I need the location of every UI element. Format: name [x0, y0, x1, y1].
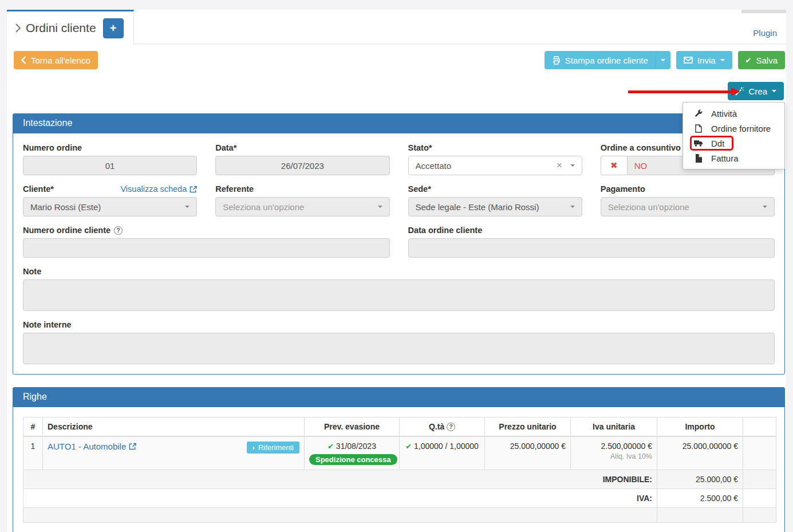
chevron-down-icon	[378, 206, 382, 208]
check-icon: ✔	[405, 442, 412, 451]
create-dropdown-menu: Attività Ordine fornitore Ddt Fattura	[682, 102, 785, 170]
chevron-left-icon	[21, 56, 26, 64]
question-circle-icon: ?	[114, 226, 123, 235]
col-num: #	[23, 417, 43, 437]
article-link[interactable]: AUTO1 - Automobile	[48, 442, 136, 451]
caret-down-icon	[772, 90, 776, 92]
file-solid-icon	[694, 154, 703, 163]
chevron-down-icon	[185, 206, 190, 208]
truck-icon	[694, 140, 703, 147]
field-stato: Stato* Accettato ×	[408, 143, 582, 175]
panel-righe: Righe # Descrizione Prev. evasione Q.tà …	[13, 387, 785, 532]
col-qta: Q.tà ?	[400, 417, 485, 437]
total-row-partial	[23, 508, 776, 523]
table-header-row: # Descrizione Prev. evasione Q.tà ? Prez…	[23, 417, 776, 437]
chevron-down-icon	[570, 206, 575, 208]
panel-righe-title: Righe	[13, 388, 784, 407]
sede-select: Sede legale - Este (Mario Rossi)	[408, 197, 582, 216]
stato-select[interactable]: Accettato ×	[408, 156, 582, 175]
field-note-interne: Note interne	[23, 320, 775, 364]
data-ordine-cliente-input	[408, 238, 775, 258]
menu-item-ordine-fornitore[interactable]: Ordine fornitore	[683, 121, 784, 136]
panel-intestazione-title: Intestazione	[13, 114, 784, 133]
total-row-imponibile: IMPONIBILE: 25.000,00 €	[23, 470, 776, 489]
plugin-link[interactable]: Plugin	[753, 28, 777, 38]
field-pagamento: Pagamento Seleziona un'opzione	[601, 184, 775, 216]
create-button[interactable]: Crea	[728, 82, 784, 100]
note-interne-textarea	[23, 333, 775, 364]
print-dropdown-toggle[interactable]	[656, 51, 670, 69]
field-referente: Referente Seleziona un'opzione	[215, 184, 389, 216]
panel-intestazione: Intestazione Numero ordine 01 Data* 26/0…	[13, 113, 785, 375]
field-data: Data* 26/07/2023	[215, 143, 389, 175]
send-button[interactable]: Invia	[676, 51, 732, 69]
field-numero-ordine-cliente: Numero ordine cliente ?	[23, 226, 390, 258]
external-link-icon	[190, 186, 197, 193]
qta-cell: ✔ 1,00000 / 1,00000	[400, 436, 485, 470]
toolbar-actions: Stampa ordine cliente Invia ✔ Salva	[545, 51, 785, 69]
col-prezzo-unitario: Prezzo unitario	[485, 417, 571, 437]
magic-wand-icon	[735, 87, 744, 96]
field-cliente: Cliente* Visualizza scheda Mario Rossi (…	[23, 184, 197, 216]
aliquota-note: Aliq. Iva 10%	[575, 452, 652, 460]
prezzo-cell: 25.000,00000 €	[485, 436, 571, 470]
tab-bar: Ordini cliente + Plugin	[7, 10, 786, 44]
field-sede: Sede* Sede legale - Este (Mario Rossi)	[408, 184, 582, 216]
field-data-ordine-cliente: Data ordine cliente	[408, 226, 775, 258]
back-to-list-button[interactable]: Torna all'elenco	[14, 51, 98, 69]
col-actions	[743, 417, 776, 437]
col-iva-unitaria: Iva unitaria	[571, 417, 657, 437]
riferimenti-button[interactable]: › Riferimenti	[247, 442, 299, 454]
prev-evasione-cell: ✔ 31/08/2023 Spedizione concessa	[305, 436, 400, 470]
data-input: 26/07/2023	[215, 156, 389, 175]
envelope-icon	[684, 57, 693, 64]
note-textarea	[23, 279, 775, 311]
menu-item-attivita[interactable]: Attività	[683, 106, 784, 121]
file-outline-icon	[694, 124, 703, 133]
wrench-icon	[694, 109, 703, 117]
table-row: 1 AUTO1 - Automobile ›	[23, 436, 776, 470]
chevron-down-icon	[763, 206, 767, 208]
annotation-arrow	[628, 88, 740, 96]
question-circle-icon: ?	[447, 423, 455, 431]
righe-table: # Descrizione Prev. evasione Q.tà ? Prez…	[23, 417, 776, 523]
menu-item-fattura[interactable]: Fattura	[683, 151, 784, 165]
clear-icon[interactable]: ×	[557, 160, 562, 171]
field-note: Note	[23, 267, 775, 311]
referente-select: Seleziona un'opzione	[215, 197, 389, 216]
save-button[interactable]: ✔ Salva	[738, 51, 785, 69]
col-importo: Importo	[657, 417, 743, 437]
cliente-select: Mario Rossi (Este)	[23, 197, 197, 216]
printer-icon	[552, 56, 561, 65]
row-number: 1	[23, 436, 43, 470]
menu-item-ddt[interactable]: Ddt	[683, 136, 784, 151]
print-order-button[interactable]: Stampa ordine cliente	[545, 51, 656, 69]
add-order-button[interactable]: +	[103, 18, 124, 38]
numero-ordine-input: 01	[23, 156, 197, 175]
tab-ordini-cliente[interactable]: Ordini cliente +	[7, 10, 134, 45]
numero-ordine-cliente-input	[23, 238, 390, 258]
plus-icon: +	[110, 22, 117, 35]
status-badge: Spedizione concessa	[309, 454, 397, 465]
caret-down-icon	[661, 59, 665, 61]
check-icon: ✔	[745, 56, 752, 65]
create-row: Crea	[7, 82, 785, 100]
external-link-icon	[129, 443, 136, 450]
iva-cell: 2.500,00000 € Aliq. Iva 10%	[571, 436, 657, 470]
toolbar: Torna all'elenco Stampa ordine cliente	[7, 44, 786, 69]
field-numero-ordine: Numero ordine 01	[23, 143, 197, 175]
visualizza-scheda-link[interactable]: Visualizza scheda	[120, 184, 197, 194]
chevron-right-icon	[15, 23, 21, 33]
col-prev-evasione: Prev. evasione	[305, 417, 400, 437]
caret-down-icon	[720, 59, 725, 61]
check-icon: ✔	[328, 442, 334, 451]
times-icon: ✖	[601, 156, 627, 175]
total-row-iva: IVA: 2.500,00 €	[23, 489, 776, 508]
chevron-right-icon: ›	[253, 443, 255, 452]
pagamento-select: Seleziona un'opzione	[601, 197, 775, 216]
col-descrizione: Descrizione	[43, 417, 305, 437]
print-split-button: Stampa ordine cliente	[545, 51, 670, 69]
annotation-box: Ddt	[690, 136, 733, 151]
importo-cell: 25.000,00000 €	[657, 436, 743, 470]
content-card: Ordini cliente + Plugin Torna all'elenco…	[7, 10, 786, 532]
